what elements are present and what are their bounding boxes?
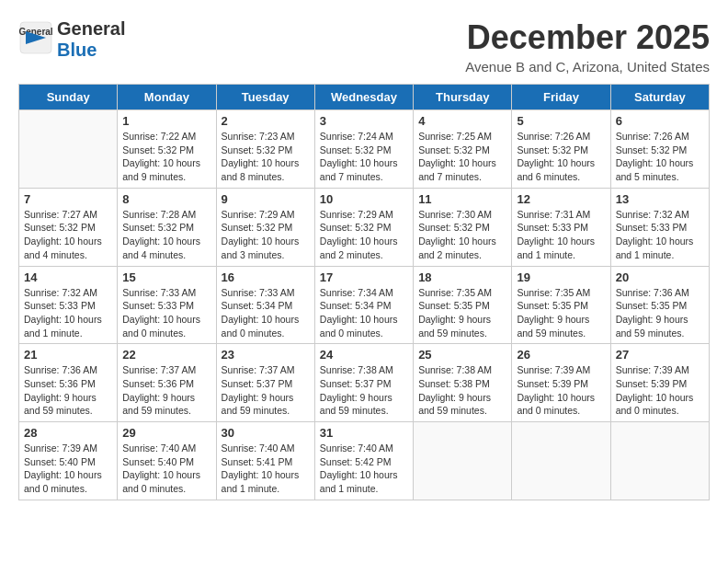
calendar-cell: 1Sunrise: 7:22 AM Sunset: 5:32 PM Daylig… <box>118 110 216 189</box>
day-info: Sunrise: 7:40 AM Sunset: 5:41 PM Dayligh… <box>222 442 310 496</box>
day-number: 31 <box>320 426 408 440</box>
day-info: Sunrise: 7:29 AM Sunset: 5:32 PM Dayligh… <box>320 208 408 262</box>
calendar-week-3: 14Sunrise: 7:32 AM Sunset: 5:33 PM Dayli… <box>19 266 710 344</box>
calendar-cell: 13Sunrise: 7:32 AM Sunset: 5:33 PM Dayli… <box>610 188 709 266</box>
day-number: 29 <box>122 426 210 440</box>
day-info: Sunrise: 7:40 AM Sunset: 5:40 PM Dayligh… <box>122 442 210 496</box>
calendar-cell <box>414 422 512 500</box>
calendar-cell: 14Sunrise: 7:32 AM Sunset: 5:33 PM Dayli… <box>19 266 118 344</box>
weekday-header-sunday: Sunday <box>19 85 118 110</box>
day-info: Sunrise: 7:35 AM Sunset: 5:35 PM Dayligh… <box>418 286 506 340</box>
day-info: Sunrise: 7:29 AM Sunset: 5:32 PM Dayligh… <box>222 208 310 262</box>
day-number: 23 <box>222 348 310 362</box>
day-number: 26 <box>517 348 605 362</box>
day-info: Sunrise: 7:36 AM Sunset: 5:35 PM Dayligh… <box>616 286 704 340</box>
day-number: 21 <box>24 348 112 362</box>
calendar-cell: 16Sunrise: 7:33 AM Sunset: 5:34 PM Dayli… <box>216 266 314 344</box>
calendar-cell: 15Sunrise: 7:33 AM Sunset: 5:33 PM Dayli… <box>118 266 216 344</box>
day-number: 5 <box>517 114 605 128</box>
day-info: Sunrise: 7:33 AM Sunset: 5:34 PM Dayligh… <box>222 286 310 340</box>
day-number: 24 <box>320 348 408 362</box>
location: Avenue B and C, Arizona, United States <box>465 59 710 75</box>
calendar-cell: 21Sunrise: 7:36 AM Sunset: 5:36 PM Dayli… <box>19 344 118 422</box>
calendar-cell <box>610 422 709 500</box>
day-info: Sunrise: 7:40 AM Sunset: 5:42 PM Dayligh… <box>320 442 408 496</box>
calendar-week-2: 7Sunrise: 7:27 AM Sunset: 5:32 PM Daylig… <box>19 188 710 266</box>
calendar-cell: 25Sunrise: 7:38 AM Sunset: 5:38 PM Dayli… <box>414 344 512 422</box>
logo: General General Blue <box>18 18 125 61</box>
day-number: 8 <box>122 192 210 206</box>
calendar-cell <box>512 422 610 500</box>
day-info: Sunrise: 7:23 AM Sunset: 5:32 PM Dayligh… <box>222 130 310 184</box>
day-info: Sunrise: 7:36 AM Sunset: 5:36 PM Dayligh… <box>24 363 112 418</box>
day-info: Sunrise: 7:39 AM Sunset: 5:39 PM Dayligh… <box>517 363 605 418</box>
day-number: 4 <box>418 114 506 128</box>
calendar-table: SundayMondayTuesdayWednesdayThursdayFrid… <box>18 84 710 500</box>
day-number: 30 <box>222 426 310 440</box>
day-info: Sunrise: 7:30 AM Sunset: 5:32 PM Dayligh… <box>418 208 506 262</box>
day-number: 20 <box>616 270 704 284</box>
calendar-cell: 17Sunrise: 7:34 AM Sunset: 5:34 PM Dayli… <box>314 266 413 344</box>
day-number: 16 <box>222 270 310 284</box>
calendar-cell: 29Sunrise: 7:40 AM Sunset: 5:40 PM Dayli… <box>118 422 216 500</box>
calendar-week-1: 1Sunrise: 7:22 AM Sunset: 5:32 PM Daylig… <box>19 110 710 189</box>
day-info: Sunrise: 7:38 AM Sunset: 5:37 PM Dayligh… <box>320 363 408 418</box>
day-info: Sunrise: 7:22 AM Sunset: 5:32 PM Dayligh… <box>122 130 210 184</box>
day-number: 27 <box>616 348 704 362</box>
day-info: Sunrise: 7:39 AM Sunset: 5:39 PM Dayligh… <box>616 363 704 418</box>
calendar-cell: 8Sunrise: 7:28 AM Sunset: 5:32 PM Daylig… <box>118 188 216 266</box>
day-number: 7 <box>24 192 112 206</box>
day-number: 6 <box>616 114 704 128</box>
calendar-body: 1Sunrise: 7:22 AM Sunset: 5:32 PM Daylig… <box>19 110 710 500</box>
calendar-cell: 12Sunrise: 7:31 AM Sunset: 5:33 PM Dayli… <box>512 188 610 266</box>
calendar-cell: 19Sunrise: 7:35 AM Sunset: 5:35 PM Dayli… <box>512 266 610 344</box>
calendar-cell: 20Sunrise: 7:36 AM Sunset: 5:35 PM Dayli… <box>610 266 709 344</box>
calendar-cell: 23Sunrise: 7:37 AM Sunset: 5:37 PM Dayli… <box>216 344 314 422</box>
calendar-week-5: 28Sunrise: 7:39 AM Sunset: 5:40 PM Dayli… <box>19 422 710 500</box>
calendar-cell: 22Sunrise: 7:37 AM Sunset: 5:36 PM Dayli… <box>118 344 216 422</box>
day-number: 10 <box>320 192 408 206</box>
calendar-cell: 2Sunrise: 7:23 AM Sunset: 5:32 PM Daylig… <box>216 110 314 189</box>
weekday-header-thursday: Thursday <box>414 85 512 110</box>
day-number: 2 <box>222 114 310 128</box>
calendar-week-4: 21Sunrise: 7:36 AM Sunset: 5:36 PM Dayli… <box>19 344 710 422</box>
day-number: 18 <box>418 270 506 284</box>
day-info: Sunrise: 7:26 AM Sunset: 5:32 PM Dayligh… <box>517 130 605 184</box>
day-number: 12 <box>517 192 605 206</box>
calendar-cell: 10Sunrise: 7:29 AM Sunset: 5:32 PM Dayli… <box>314 188 413 266</box>
day-info: Sunrise: 7:34 AM Sunset: 5:34 PM Dayligh… <box>320 286 408 340</box>
day-number: 28 <box>24 426 112 440</box>
calendar-cell: 31Sunrise: 7:40 AM Sunset: 5:42 PM Dayli… <box>314 422 413 500</box>
logo-text: General Blue <box>57 18 125 61</box>
calendar-cell: 11Sunrise: 7:30 AM Sunset: 5:32 PM Dayli… <box>414 188 512 266</box>
day-number: 25 <box>418 348 506 362</box>
calendar-cell: 26Sunrise: 7:39 AM Sunset: 5:39 PM Dayli… <box>512 344 610 422</box>
day-info: Sunrise: 7:27 AM Sunset: 5:32 PM Dayligh… <box>24 208 112 262</box>
day-info: Sunrise: 7:31 AM Sunset: 5:33 PM Dayligh… <box>517 208 605 262</box>
day-number: 15 <box>122 270 210 284</box>
weekday-header-tuesday: Tuesday <box>216 85 314 110</box>
title-block: December 2025 Avenue B and C, Arizona, U… <box>465 18 710 75</box>
day-number: 3 <box>320 114 408 128</box>
day-number: 9 <box>222 192 310 206</box>
day-info: Sunrise: 7:25 AM Sunset: 5:32 PM Dayligh… <box>418 130 506 184</box>
weekday-header-wednesday: Wednesday <box>314 85 413 110</box>
day-info: Sunrise: 7:38 AM Sunset: 5:38 PM Dayligh… <box>418 363 506 418</box>
day-info: Sunrise: 7:37 AM Sunset: 5:37 PM Dayligh… <box>222 363 310 418</box>
calendar-cell: 30Sunrise: 7:40 AM Sunset: 5:41 PM Dayli… <box>216 422 314 500</box>
logo-icon: General <box>18 20 53 59</box>
calendar-cell: 27Sunrise: 7:39 AM Sunset: 5:39 PM Dayli… <box>610 344 709 422</box>
day-info: Sunrise: 7:28 AM Sunset: 5:32 PM Dayligh… <box>122 208 210 262</box>
day-number: 22 <box>122 348 210 362</box>
day-info: Sunrise: 7:39 AM Sunset: 5:40 PM Dayligh… <box>24 442 112 496</box>
calendar-cell: 9Sunrise: 7:29 AM Sunset: 5:32 PM Daylig… <box>216 188 314 266</box>
day-info: Sunrise: 7:35 AM Sunset: 5:35 PM Dayligh… <box>517 286 605 340</box>
day-number: 19 <box>517 270 605 284</box>
calendar-cell <box>19 110 118 189</box>
day-number: 17 <box>320 270 408 284</box>
day-info: Sunrise: 7:26 AM Sunset: 5:32 PM Dayligh… <box>616 130 704 184</box>
calendar-cell: 6Sunrise: 7:26 AM Sunset: 5:32 PM Daylig… <box>610 110 709 189</box>
calendar-header-row: SundayMondayTuesdayWednesdayThursdayFrid… <box>19 85 710 110</box>
day-number: 1 <box>122 114 210 128</box>
page-header: General General Blue December 2025 Avenu… <box>18 18 710 75</box>
